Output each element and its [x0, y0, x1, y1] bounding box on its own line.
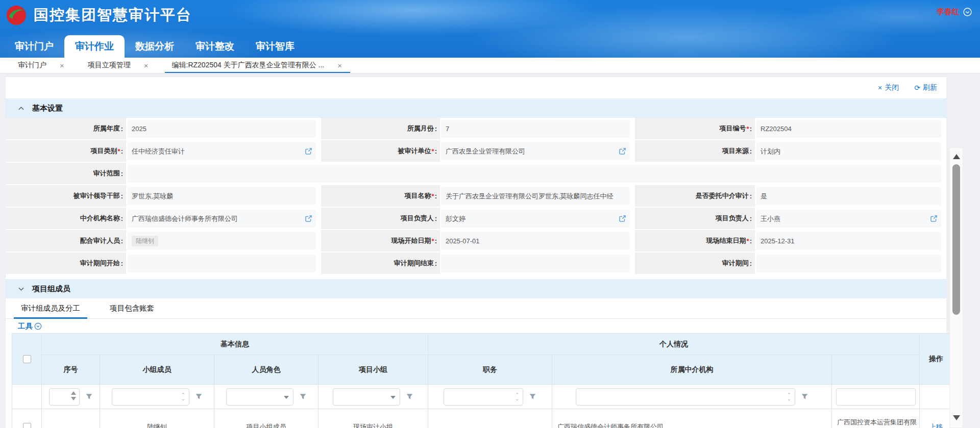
label-year: 所属年度:: [6, 118, 126, 140]
checkbox[interactable]: [23, 355, 31, 363]
user-menu[interactable]: 李春红: [937, 7, 972, 17]
close-icon[interactable]: ×: [60, 61, 64, 70]
field-year[interactable]: 2025: [126, 118, 321, 140]
filter-op-cell: [920, 385, 953, 409]
open-tab-strip: 审计门户 × 项目立项管理 × 编辑:RZ202504 关于广西农垦企业管理有限…: [0, 58, 980, 73]
field-field-start-date[interactable]: 2025-07-01: [440, 230, 635, 253]
agency-filter-input[interactable]: ⌃⌄: [576, 388, 795, 406]
table-row[interactable]: 陆继钊 项目小组成员 现场审计小组 广西瑞信盛德会计师事务所有限公司 广西国控资…: [12, 409, 953, 428]
checkbox[interactable]: [23, 423, 31, 428]
basic-settings-header[interactable]: 基本设置: [6, 98, 946, 118]
main-nav: 审计门户 审计作业 数据分析 审计整改 审计智库: [4, 35, 305, 58]
role-filter-select[interactable]: [226, 388, 293, 406]
updown-icon[interactable]: ⌃⌄: [787, 393, 791, 401]
nav-audit-knowledge[interactable]: 审计智库: [245, 35, 305, 58]
close-page-button[interactable]: × 关闭: [878, 83, 899, 92]
refresh-icon: ⟳: [914, 84, 920, 92]
field-project-type[interactable]: 任中经济责任审计: [126, 140, 321, 163]
group-personal-info: 个人情况: [428, 334, 920, 355]
external-link-icon[interactable]: [305, 215, 312, 222]
field-assist-auditors[interactable]: 陆继钊: [126, 230, 321, 253]
label-audit-period-end: 审计期间结束:: [321, 253, 440, 275]
field-project-source[interactable]: 计划内: [755, 140, 946, 163]
field-month[interactable]: 7: [440, 118, 635, 140]
nav-audit-portal[interactable]: 审计门户: [4, 35, 64, 58]
external-link-icon[interactable]: [619, 147, 626, 155]
tools-dropdown[interactable]: 工具: [6, 319, 946, 333]
expand-icon[interactable]: [18, 286, 24, 292]
external-link-icon[interactable]: [619, 215, 626, 222]
external-link-icon[interactable]: [930, 215, 938, 222]
label-project-type: 项目类别*:: [6, 140, 126, 163]
field-audit-period-end[interactable]: [440, 253, 635, 275]
updown-icon[interactable]: ⌃⌄: [181, 393, 185, 401]
filter-icon[interactable]: [406, 393, 413, 400]
external-link-icon[interactable]: [305, 147, 312, 155]
group-filter-select[interactable]: [333, 388, 400, 406]
seq-filter-input[interactable]: [49, 388, 80, 406]
tab-members-division[interactable]: 审计组成员及分工: [17, 298, 84, 318]
label-field-start-date: 现场开始日期*:: [321, 230, 440, 253]
spinner-icon[interactable]: [71, 391, 76, 400]
updown-icon[interactable]: ⌃⌄: [515, 393, 519, 401]
top-header: 国控集团智慧审计平台 李春红 审计门户 审计作业 数据分析 审计整改 审计智库: [0, 0, 980, 58]
chevron-down-icon[interactable]: [963, 8, 972, 16]
row-op-link[interactable]: 上移: [929, 423, 943, 428]
field-project-name[interactable]: 关于广西农垦企业管理有限公司罗世东,莫咏麟同志任中经: [440, 185, 635, 208]
tab-project-setup[interactable]: 项目立项管理 ×: [88, 58, 149, 73]
label-audit-period: 审计期间:: [635, 253, 755, 275]
select-all-cell[interactable]: [12, 334, 42, 385]
tab-account-sets[interactable]: 项目包含账套: [106, 298, 158, 318]
field-audited-leaders[interactable]: 罗世东,莫咏麟: [126, 185, 321, 208]
label-project-code: 项目编号*:: [635, 118, 755, 140]
vertical-scrollbar[interactable]: [949, 147, 963, 428]
cell-role: 项目小组成员: [214, 409, 318, 428]
app-title: 国控集团智慧审计平台: [34, 5, 192, 26]
filter-icon[interactable]: [529, 393, 536, 400]
nav-audit-rectify[interactable]: 审计整改: [185, 35, 245, 58]
tab-audit-portal[interactable]: 审计门户 ×: [18, 58, 64, 73]
label-assist-auditors: 配合审计人员:: [6, 230, 126, 253]
filter-icon[interactable]: [801, 393, 808, 400]
members-table: 基本信息 个人情况 操作 序号 小组成员 人员角色 项目小组 职务 所属中介机构: [12, 333, 953, 428]
filter-icon[interactable]: [299, 393, 307, 400]
nav-audit-work[interactable]: 审计作业: [64, 35, 125, 58]
label-project-source: 项目来源:: [635, 140, 755, 163]
label-field-end-date: 现场结束日期*:: [635, 230, 755, 253]
team-subtabs: 审计组成员及分工 项目包含账套: [6, 298, 946, 319]
field-audit-period[interactable]: [755, 253, 946, 275]
close-icon[interactable]: ×: [337, 61, 342, 70]
team-members-header[interactable]: 项目组成员: [6, 279, 946, 298]
label-auditee: 被审计单位*:: [321, 140, 440, 163]
field-audit-period-start[interactable]: [126, 253, 321, 275]
member-tag[interactable]: 陆继钊: [132, 236, 158, 246]
filter-icon[interactable]: [195, 393, 203, 400]
field-project-leader-2[interactable]: 王小燕: [755, 208, 946, 230]
filter-icon[interactable]: [85, 393, 93, 400]
field-project-code[interactable]: RZ202504: [755, 118, 946, 140]
content-area: × 关闭 ⟳ 刷新 基本设置 所属年度: 2025 所属月份:: [0, 73, 980, 428]
field-project-leader-1[interactable]: 彭文婷: [440, 208, 635, 230]
field-auditee[interactable]: 广西农垦企业管理有限公司: [440, 140, 635, 163]
scroll-up-icon[interactable]: [953, 154, 960, 159]
refresh-page-button[interactable]: ⟳ 刷新: [914, 83, 937, 92]
field-audit-scope[interactable]: [126, 163, 946, 185]
duty-filter-input[interactable]: ⌃⌄: [444, 388, 523, 406]
collapse-icon[interactable]: [18, 106, 24, 111]
scroll-down-icon[interactable]: [953, 415, 960, 420]
filter-select-cell: [12, 385, 42, 409]
team-section: 项目组成员 审计组成员及分工 项目包含账套 工具: [6, 279, 946, 428]
field-field-end-date[interactable]: 2025-12-31: [755, 230, 946, 253]
field-agency-name[interactable]: 广西瑞信盛德会计师事务所有限公司: [126, 208, 321, 230]
nav-data-analysis[interactable]: 数据分析: [125, 35, 185, 58]
extra-filter-input[interactable]: [836, 388, 916, 406]
member-filter-input[interactable]: ⌃⌄: [112, 388, 189, 406]
tab-edit-project[interactable]: 编辑:RZ202504 关于广西农垦企业管理有限公 ... ×: [172, 58, 342, 73]
field-intermediary-flag[interactable]: 是: [755, 185, 946, 208]
group-basic-info: 基本信息: [42, 334, 428, 355]
close-icon[interactable]: ×: [144, 61, 149, 70]
section-title: 项目组成员: [32, 284, 70, 294]
cell-extra: 广西国控资本运营集团有限公司: [832, 409, 920, 428]
cell-seq: [42, 409, 100, 428]
scrollbar-thumb[interactable]: [952, 164, 960, 315]
